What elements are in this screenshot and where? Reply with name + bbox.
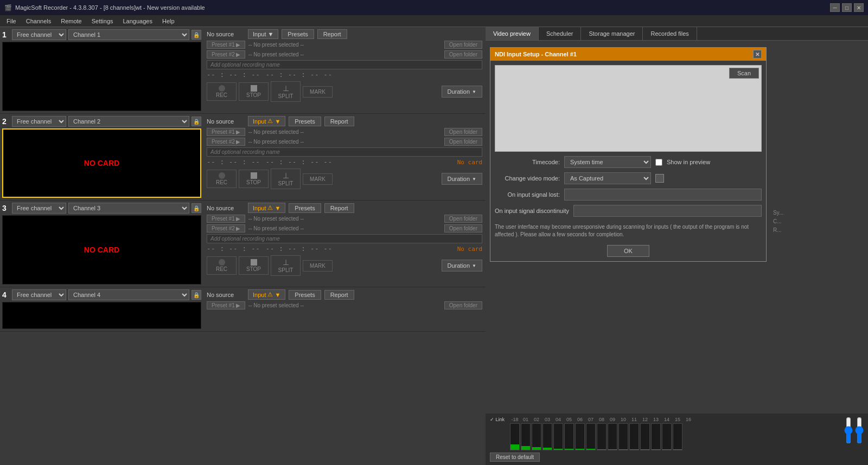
- stop-square-icon: [251, 172, 257, 179]
- channel-3-preset1-button[interactable]: Preset #1 ▶: [207, 215, 245, 223]
- channel-2-name-select[interactable]: Channel 2: [68, 116, 189, 127]
- channels-panel[interactable]: 1 Free channel Channel 1 🔒 No source I: [0, 27, 486, 465]
- minimize-button[interactable]: ─: [830, 3, 840, 12]
- tab-storage-manager[interactable]: Storage manager: [581, 27, 643, 40]
- rec-dot-icon: [219, 172, 225, 179]
- meter-fill-10: [608, 449, 617, 450]
- slider-left[interactable]: [844, 417, 853, 444]
- channel-3-right: No source Input ⚠ ▼ Presets Report Prese…: [203, 201, 486, 287]
- meter-label-16: 16: [684, 417, 693, 422]
- channel-3-presets-button[interactable]: Presets: [289, 203, 321, 213]
- reset-default-button[interactable]: Reset to default: [490, 453, 540, 462]
- channel-1-lock-icon[interactable]: 🔒: [192, 30, 201, 40]
- channel-3-input-button[interactable]: Input ⚠ ▼: [248, 203, 285, 213]
- meter-bar-14: [651, 423, 661, 450]
- channel-2-lock-icon[interactable]: 🔒: [192, 117, 201, 126]
- channel-2-preset1-folder-button[interactable]: Open folder: [444, 128, 482, 136]
- channel-3-no-card-label: NO CARD: [84, 246, 119, 254]
- channel-1-input-button[interactable]: Input ▼: [248, 29, 278, 39]
- ndi-ok-button[interactable]: OK: [607, 245, 649, 257]
- channel-1-name-select[interactable]: Channel 1: [68, 29, 189, 40]
- title-bar-controls[interactable]: ─ □ ✕: [830, 3, 864, 12]
- channel-2-stop-button[interactable]: STOP: [239, 170, 269, 188]
- channel-3-type-select[interactable]: Free channel: [12, 203, 66, 214]
- ndi-dialog-close-button[interactable]: ✕: [753, 50, 762, 59]
- channel-2-report-button[interactable]: Report: [324, 117, 354, 126]
- menu-help[interactable]: Help: [158, 17, 179, 25]
- menu-file[interactable]: File: [2, 17, 21, 25]
- channel-3-preset2-folder-button[interactable]: Open folder: [444, 224, 482, 232]
- channel-3-split-button[interactable]: ⊥ SPLIT: [271, 255, 301, 276]
- channel-2-type-select[interactable]: Free channel: [12, 116, 66, 127]
- channel-3-duration-button[interactable]: Duration ▼: [442, 260, 483, 272]
- title-bar-left: 🎬 MagicSoft Recorder - 4.3.8.307 - [8 ch…: [4, 4, 205, 11]
- channel-4-presets-button[interactable]: Presets: [289, 290, 321, 300]
- channel-2-recording-name-input[interactable]: [207, 147, 482, 157]
- ndi-signal-lost-input[interactable]: [564, 189, 762, 201]
- menu-remote[interactable]: Remote: [56, 17, 86, 25]
- channel-3-source-row: No source Input ⚠ ▼ Presets Report: [207, 203, 482, 213]
- menu-channels[interactable]: Channels: [22, 17, 55, 25]
- channel-3-preset1-folder-button[interactable]: Open folder: [444, 215, 482, 223]
- sys-info-line1: Sy...: [773, 209, 783, 217]
- channel-4-input-button[interactable]: Input ⚠ ▼: [248, 289, 285, 300]
- channel-2-mark-button[interactable]: MARK: [303, 173, 333, 185]
- channel-1-report-button[interactable]: Report: [317, 29, 347, 39]
- meter-label-10: 10: [618, 417, 628, 422]
- channel-3-rec-button[interactable]: REC: [207, 256, 237, 275]
- channel-1-stop-button[interactable]: STOP: [239, 82, 269, 101]
- channel-2-duration-button[interactable]: Duration ▼: [442, 173, 483, 185]
- meter-label-18: -18: [510, 417, 520, 422]
- menu-settings[interactable]: Settings: [87, 17, 118, 25]
- channel-1-presets-button[interactable]: Presets: [282, 29, 314, 39]
- channel-2-timer1: -- : -- : --: [207, 158, 260, 166]
- channel-1-preset2-button[interactable]: Preset #2 ▶: [207, 50, 245, 59]
- channel-2-preset2-button[interactable]: Preset #2 ▶: [207, 138, 245, 146]
- slider-right[interactable]: [855, 417, 864, 444]
- ndi-signal-discontinuity-input[interactable]: [573, 205, 762, 217]
- arrow-right-icon: ▶: [236, 302, 240, 308]
- channel-4-report-button[interactable]: Report: [324, 290, 354, 300]
- scan-button[interactable]: Scan: [729, 68, 759, 79]
- ndi-video-mode-select[interactable]: As Captured Custom: [564, 172, 651, 184]
- menu-languages[interactable]: Languages: [119, 17, 157, 25]
- channel-3-lock-icon[interactable]: 🔒: [192, 203, 201, 213]
- tab-recorded-files[interactable]: Recorded files: [643, 27, 697, 40]
- channel-3-name-select[interactable]: Channel 3: [68, 203, 189, 214]
- ndi-signal-discontinuity-label: On input signal discontinuity: [495, 208, 569, 214]
- channel-1-type-select[interactable]: Free channel: [12, 29, 66, 40]
- channel-4-preset1-folder-button[interactable]: Open folder: [444, 301, 482, 309]
- channel-2-presets-button[interactable]: Presets: [289, 117, 321, 126]
- maximize-button[interactable]: □: [842, 3, 852, 12]
- channel-3-stop-button[interactable]: STOP: [239, 256, 269, 275]
- channel-1-split-button[interactable]: ⊥ SPLIT: [271, 81, 301, 102]
- meter-bar-15: [662, 423, 672, 450]
- channel-1-rec-button[interactable]: REC: [207, 82, 237, 101]
- channel-4-type-select[interactable]: Free channel: [12, 289, 66, 300]
- tab-video-preview[interactable]: Video preview: [486, 27, 539, 40]
- channel-1-mark-button[interactable]: MARK: [303, 86, 333, 98]
- channel-1-recording-name-input[interactable]: [207, 60, 482, 69]
- channel-3-mark-button[interactable]: MARK: [303, 260, 333, 272]
- channel-2-preset1-button[interactable]: Preset #1 ▶: [207, 128, 245, 136]
- channel-4-preset1-button[interactable]: Preset #1 ▶: [207, 301, 245, 309]
- channel-3-report-button[interactable]: Report: [324, 203, 354, 213]
- close-button[interactable]: ✕: [854, 3, 864, 12]
- meter-fill-16: [673, 449, 682, 450]
- channel-2-input-button[interactable]: Input ⚠ ▼: [248, 116, 285, 126]
- channel-1-preset2-folder-button[interactable]: Open folder: [444, 50, 482, 59]
- channel-2-split-button[interactable]: ⊥ SPLIT: [271, 169, 301, 189]
- channel-1-preset1-folder-button[interactable]: Open folder: [444, 41, 482, 49]
- channel-3-recording-name-input[interactable]: [207, 234, 482, 243]
- channel-4-name-select[interactable]: Channel 4: [68, 289, 189, 300]
- channel-2-controls-row: REC STOP ⊥ SPLIT MARK Duration ▼: [207, 169, 482, 189]
- channel-2-rec-button[interactable]: REC: [207, 170, 237, 188]
- ndi-show-preview-checkbox[interactable]: [655, 159, 662, 166]
- channel-1-preset1-button[interactable]: Preset #1 ▶: [207, 41, 245, 49]
- channel-2-preset2-folder-button[interactable]: Open folder: [444, 138, 482, 146]
- ndi-timecode-select[interactable]: System time Embedded Free run: [564, 156, 651, 168]
- channel-1-duration-button[interactable]: Duration ▼: [442, 86, 483, 98]
- channel-3-preset2-button[interactable]: Preset #2 ▶: [207, 224, 245, 232]
- channel-4-lock-icon[interactable]: 🔒: [192, 290, 201, 300]
- tab-scheduler[interactable]: Scheduler: [539, 27, 582, 40]
